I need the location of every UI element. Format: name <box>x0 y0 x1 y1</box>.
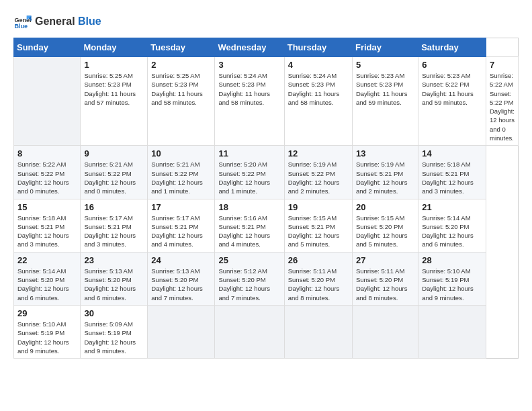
day-cell <box>215 305 284 358</box>
weekday-header-monday: Monday <box>81 38 148 57</box>
day-number: 16 <box>84 202 144 212</box>
day-cell: 7Sunrise: 5:22 AMSunset: 5:22 PMDaylight… <box>486 57 518 146</box>
day-number: 25 <box>218 255 280 265</box>
day-number: 17 <box>151 202 211 212</box>
day-cell: 13Sunrise: 5:19 AMSunset: 5:21 PMDayligh… <box>352 146 418 199</box>
day-number: 24 <box>151 255 211 265</box>
day-info: Sunrise: 5:23 AMSunset: 5:22 PMDaylight:… <box>422 71 482 107</box>
day-cell: 22Sunrise: 5:14 AMSunset: 5:20 PMDayligh… <box>14 252 81 305</box>
week-row-4: 29Sunrise: 5:10 AMSunset: 5:19 PMDayligh… <box>14 305 519 358</box>
day-info: Sunrise: 5:20 AMSunset: 5:22 PMDaylight:… <box>218 160 280 195</box>
day-info: Sunrise: 5:10 AMSunset: 5:19 PMDaylight:… <box>422 267 482 302</box>
weekday-header-saturday: Saturday <box>418 38 486 57</box>
svg-text:Blue: Blue <box>14 23 28 30</box>
day-cell: 20Sunrise: 5:15 AMSunset: 5:20 PMDayligh… <box>352 199 418 252</box>
day-info: Sunrise: 5:18 AMSunset: 5:21 PMDaylight:… <box>17 214 77 249</box>
day-number: 14 <box>422 148 482 158</box>
day-info: Sunrise: 5:24 AMSunset: 5:23 PMDaylight:… <box>288 71 349 107</box>
day-number: 30 <box>84 308 144 318</box>
day-number: 4 <box>288 60 349 70</box>
day-cell: 28Sunrise: 5:10 AMSunset: 5:19 PMDayligh… <box>418 252 486 305</box>
day-number: 27 <box>356 255 414 265</box>
day-info: Sunrise: 5:17 AMSunset: 5:21 PMDaylight:… <box>84 214 144 249</box>
day-info: Sunrise: 5:23 AMSunset: 5:23 PMDaylight:… <box>356 71 414 107</box>
day-number: 8 <box>17 148 77 158</box>
day-cell: 15Sunrise: 5:18 AMSunset: 5:21 PMDayligh… <box>14 199 81 252</box>
day-cell: 8Sunrise: 5:22 AMSunset: 5:22 PMDaylight… <box>14 146 81 199</box>
day-info: Sunrise: 5:22 AMSunset: 5:22 PMDaylight:… <box>490 71 515 142</box>
day-info: Sunrise: 5:13 AMSunset: 5:20 PMDaylight:… <box>84 267 144 302</box>
day-info: Sunrise: 5:18 AMSunset: 5:21 PMDaylight:… <box>422 160 482 195</box>
day-info: Sunrise: 5:21 AMSunset: 5:22 PMDaylight:… <box>151 160 211 195</box>
day-number: 3 <box>218 60 280 70</box>
day-info: Sunrise: 5:25 AMSunset: 5:23 PMDaylight:… <box>151 71 211 107</box>
day-cell: 9Sunrise: 5:21 AMSunset: 5:22 PMDaylight… <box>81 146 148 199</box>
day-cell <box>418 305 486 358</box>
day-number: 11 <box>218 148 280 158</box>
day-cell: 26Sunrise: 5:11 AMSunset: 5:20 PMDayligh… <box>284 252 352 305</box>
week-row-2: 15Sunrise: 5:18 AMSunset: 5:21 PMDayligh… <box>14 199 519 252</box>
page: General Blue General Blue SundayMondayTu… <box>0 0 532 411</box>
day-info: Sunrise: 5:17 AMSunset: 5:21 PMDaylight:… <box>151 214 211 249</box>
weekday-header-friday: Friday <box>352 38 418 57</box>
day-cell: 4Sunrise: 5:24 AMSunset: 5:23 PMDaylight… <box>284 57 352 146</box>
day-number: 26 <box>288 255 349 265</box>
day-number: 5 <box>356 60 414 70</box>
day-info: Sunrise: 5:25 AMSunset: 5:23 PMDaylight:… <box>84 71 144 107</box>
weekday-header-thursday: Thursday <box>284 38 352 57</box>
day-cell: 16Sunrise: 5:17 AMSunset: 5:21 PMDayligh… <box>81 199 148 252</box>
logo-icon: General Blue <box>13 12 32 31</box>
header-area: General Blue General Blue <box>13 12 519 31</box>
day-cell <box>148 305 215 358</box>
day-info: Sunrise: 5:10 AMSunset: 5:19 PMDaylight:… <box>17 320 77 355</box>
day-cell <box>352 305 418 358</box>
day-info: Sunrise: 5:19 AMSunset: 5:22 PMDaylight:… <box>288 160 349 195</box>
weekday-header-sunday: Sunday <box>14 38 81 57</box>
day-number: 22 <box>17 255 77 265</box>
day-cell: 25Sunrise: 5:12 AMSunset: 5:20 PMDayligh… <box>215 252 284 305</box>
day-cell: 29Sunrise: 5:10 AMSunset: 5:19 PMDayligh… <box>14 305 81 358</box>
day-cell: 24Sunrise: 5:13 AMSunset: 5:20 PMDayligh… <box>148 252 215 305</box>
day-cell: 3Sunrise: 5:24 AMSunset: 5:23 PMDaylight… <box>215 57 284 146</box>
day-cell: 14Sunrise: 5:18 AMSunset: 5:21 PMDayligh… <box>418 146 486 199</box>
day-number: 2 <box>151 60 211 70</box>
day-cell: 18Sunrise: 5:16 AMSunset: 5:21 PMDayligh… <box>215 199 284 252</box>
day-number: 18 <box>218 202 280 212</box>
day-info: Sunrise: 5:16 AMSunset: 5:21 PMDaylight:… <box>218 214 280 249</box>
day-cell: 23Sunrise: 5:13 AMSunset: 5:20 PMDayligh… <box>81 252 148 305</box>
day-info: Sunrise: 5:24 AMSunset: 5:23 PMDaylight:… <box>218 71 280 107</box>
day-info: Sunrise: 5:11 AMSunset: 5:20 PMDaylight:… <box>356 267 414 302</box>
week-row-3: 22Sunrise: 5:14 AMSunset: 5:20 PMDayligh… <box>14 252 519 305</box>
day-cell: 11Sunrise: 5:20 AMSunset: 5:22 PMDayligh… <box>215 146 284 199</box>
day-number: 6 <box>422 60 482 70</box>
day-info: Sunrise: 5:14 AMSunset: 5:20 PMDaylight:… <box>17 267 77 302</box>
logo-general: General <box>35 15 75 27</box>
weekday-header-wednesday: Wednesday <box>215 38 284 57</box>
day-info: Sunrise: 5:22 AMSunset: 5:22 PMDaylight:… <box>17 160 77 195</box>
day-cell: 27Sunrise: 5:11 AMSunset: 5:20 PMDayligh… <box>352 252 418 305</box>
day-info: Sunrise: 5:12 AMSunset: 5:20 PMDaylight:… <box>218 267 280 302</box>
day-info: Sunrise: 5:14 AMSunset: 5:20 PMDaylight:… <box>422 214 482 249</box>
day-info: Sunrise: 5:19 AMSunset: 5:21 PMDaylight:… <box>356 160 414 195</box>
day-cell: 12Sunrise: 5:19 AMSunset: 5:22 PMDayligh… <box>284 146 352 199</box>
day-number: 29 <box>17 308 77 318</box>
day-number: 13 <box>356 148 414 158</box>
week-row-0: 1Sunrise: 5:25 AMSunset: 5:23 PMDaylight… <box>14 57 519 146</box>
day-info: Sunrise: 5:09 AMSunset: 5:19 PMDaylight:… <box>84 320 144 355</box>
logo-text: General Blue <box>35 15 101 28</box>
day-cell: 2Sunrise: 5:25 AMSunset: 5:23 PMDaylight… <box>148 57 215 146</box>
day-info: Sunrise: 5:15 AMSunset: 5:20 PMDaylight:… <box>356 214 414 249</box>
day-number: 10 <box>151 148 211 158</box>
week-row-1: 8Sunrise: 5:22 AMSunset: 5:22 PMDaylight… <box>14 146 519 199</box>
day-number: 19 <box>288 202 349 212</box>
day-number: 1 <box>84 60 144 70</box>
logo: General Blue General Blue <box>13 12 101 31</box>
day-info: Sunrise: 5:11 AMSunset: 5:20 PMDaylight:… <box>288 267 349 302</box>
day-number: 7 <box>490 60 515 70</box>
day-cell <box>284 305 352 358</box>
day-number: 12 <box>288 148 349 158</box>
day-number: 15 <box>17 202 77 212</box>
day-cell: 30Sunrise: 5:09 AMSunset: 5:19 PMDayligh… <box>81 305 148 358</box>
day-cell: 21Sunrise: 5:14 AMSunset: 5:20 PMDayligh… <box>418 199 486 252</box>
day-number: 9 <box>84 148 144 158</box>
